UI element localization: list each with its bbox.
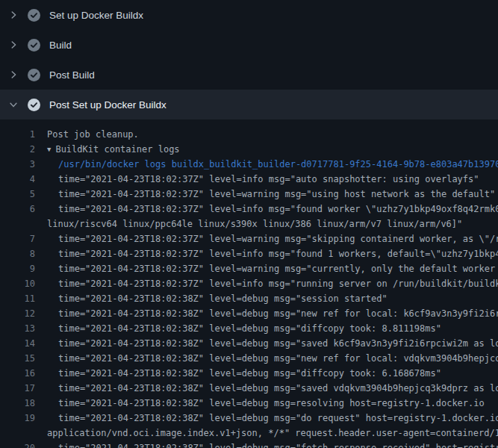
log-line: 10 time="2021-04-23T18:02:37Z" level=inf… <box>0 276 498 291</box>
log-line-text: time="2021-04-23T18:02:38Z" level=debug … <box>58 323 441 334</box>
check-circle-icon <box>28 39 40 52</box>
step-label: Post Build <box>49 69 95 81</box>
log-line-number[interactable]: 13 <box>0 321 35 336</box>
log-line-text: time="2021-04-23T18:02:37Z" level=warnin… <box>58 189 495 199</box>
log-line-number[interactable]: 16 <box>0 366 35 381</box>
log-line-text: time="2021-04-23T18:02:38Z" level=debug … <box>58 308 498 319</box>
check-circle-icon <box>28 99 40 111</box>
log-area: 1 Post job cleanup. 2 ▼BuildKit containe… <box>0 119 498 448</box>
log-line: 19 time="2021-04-23T18:02:38Z" level=deb… <box>0 411 498 426</box>
log-line-number[interactable]: 17 <box>0 381 35 396</box>
step-label: Build <box>49 40 72 51</box>
check-circle-icon <box>28 9 40 22</box>
log-line-text: BuildKit container logs <box>55 144 179 155</box>
log-line-text: time="2021-04-23T18:02:38Z" level=debug … <box>58 398 485 408</box>
log-line-text: time="2021-04-23T18:02:38Z" level=debug … <box>58 293 387 304</box>
log-line-text: Post job cleanup. <box>47 129 139 140</box>
step-row-0[interactable]: Set up Docker Buildx <box>0 0 498 30</box>
log-line-text: time="2021-04-23T18:02:37Z" level=info m… <box>58 249 498 259</box>
log-line-text: time="2021-04-23T18:02:38Z" level=debug … <box>58 338 498 349</box>
log-line-text: time="2021-04-23T18:02:37Z" level=info m… <box>58 279 498 289</box>
log-line-number[interactable]: 7 <box>0 231 35 246</box>
log-line-text: time="2021-04-23T18:02:38Z" level=debug … <box>58 383 498 393</box>
log-line: 4 time="2021-04-23T18:02:37Z" level=info… <box>0 172 498 187</box>
log-line: 11 time="2021-04-23T18:02:38Z" level=deb… <box>0 291 498 306</box>
actions-log-viewer: Set up Docker Buildx Build P <box>0 0 498 448</box>
log-line-number[interactable]: 3 <box>0 157 35 172</box>
log-line: 16 time="2021-04-23T18:02:38Z" level=deb… <box>0 366 498 381</box>
log-line-number[interactable]: 20 <box>0 441 35 448</box>
log-line-number[interactable] <box>0 426 35 441</box>
log-line: 5 time="2021-04-23T18:02:37Z" level=warn… <box>0 187 498 202</box>
log-line: 14 time="2021-04-23T18:02:38Z" level=deb… <box>0 336 498 351</box>
chevron-right-icon[interactable] <box>7 10 19 21</box>
chevron-right-icon[interactable] <box>7 40 19 51</box>
log-line-text: /usr/bin/docker logs buildx_buildkit_bui… <box>58 159 498 169</box>
chevron-down-icon[interactable] <box>7 99 19 111</box>
log-line: 20 time="2021-04-23T18:02:38Z" level=deb… <box>0 441 498 448</box>
log-line-text: time="2021-04-23T18:02:38Z" level=debug … <box>58 443 498 448</box>
log-line: 13 time="2021-04-23T18:02:38Z" level=deb… <box>0 321 498 336</box>
step-row-2[interactable]: Post Build <box>0 60 498 90</box>
log-line-number[interactable]: 15 <box>0 351 35 366</box>
step-row-3[interactable]: Post Set up Docker Buildx <box>0 90 498 119</box>
chevron-right-icon[interactable] <box>7 69 19 81</box>
log-line: linux/riscv64 linux/ppc64le linux/s390x … <box>0 217 498 231</box>
log-line: 2 ▼BuildKit container logs <box>0 142 498 157</box>
log-line: application/vnd.oci.image.index.v1+json,… <box>0 426 498 441</box>
log-line-text: time="2021-04-23T18:02:37Z" level=info m… <box>58 174 479 184</box>
log-line-number[interactable]: 6 <box>0 202 35 217</box>
log-line-text: application/vnd.oci.image.index.v1+json,… <box>47 428 498 438</box>
log-line-number[interactable]: 8 <box>0 246 35 261</box>
log-line-text: time="2021-04-23T18:02:38Z" level=debug … <box>58 353 498 364</box>
log-line-number[interactable]: 4 <box>0 172 35 187</box>
log-line-number[interactable]: 19 <box>0 411 35 426</box>
log-line-text: time="2021-04-23T18:02:37Z" level=info m… <box>58 204 498 214</box>
step-row-1[interactable]: Build <box>0 30 498 60</box>
group-toggle-icon[interactable]: ▼ <box>47 146 51 153</box>
log-line: 7 time="2021-04-23T18:02:37Z" level=warn… <box>0 231 498 246</box>
log-line: 12 time="2021-04-23T18:02:38Z" level=deb… <box>0 306 498 321</box>
log-line: 17 time="2021-04-23T18:02:38Z" level=deb… <box>0 381 498 396</box>
log-line-text: time="2021-04-23T18:02:37Z" level=warnin… <box>58 264 498 274</box>
step-label: Post Set up Docker Buildx <box>49 99 166 111</box>
log-line-number[interactable]: 18 <box>0 396 35 411</box>
log-line-number[interactable] <box>0 217 35 231</box>
log-line-number[interactable]: 2 <box>0 142 35 157</box>
log-line-number[interactable]: 10 <box>0 276 35 291</box>
log-line-number[interactable]: 9 <box>0 261 35 276</box>
log-line-text: time="2021-04-23T18:02:37Z" level=warnin… <box>58 234 498 244</box>
log-line-number[interactable]: 14 <box>0 336 35 351</box>
log-line: 9 time="2021-04-23T18:02:37Z" level=warn… <box>0 261 498 276</box>
log-line: 6 time="2021-04-23T18:02:37Z" level=info… <box>0 202 498 217</box>
check-circle-icon <box>28 69 40 81</box>
log-line: 15 time="2021-04-23T18:02:38Z" level=deb… <box>0 351 498 366</box>
log-line-number[interactable]: 5 <box>0 187 35 202</box>
log-line: 8 time="2021-04-23T18:02:37Z" level=info… <box>0 246 498 261</box>
log-line-text: linux/riscv64 linux/ppc64le linux/s390x … <box>47 219 462 229</box>
log-line-number[interactable]: 1 <box>0 127 35 142</box>
step-label: Set up Docker Buildx <box>49 10 143 21</box>
log-line-number[interactable]: 11 <box>0 291 35 306</box>
log-line-number[interactable]: 12 <box>0 306 35 321</box>
log-line: 3 /usr/bin/docker logs buildx_buildkit_b… <box>0 157 498 172</box>
log-line: 18 time="2021-04-23T18:02:38Z" level=deb… <box>0 396 498 411</box>
log-line: 1 Post job cleanup. <box>0 127 498 142</box>
log-line-text: time="2021-04-23T18:02:38Z" level=debug … <box>58 413 498 423</box>
log-line-text: time="2021-04-23T18:02:38Z" level=debug … <box>58 368 441 379</box>
steps-list: Set up Docker Buildx Build P <box>0 0 498 119</box>
